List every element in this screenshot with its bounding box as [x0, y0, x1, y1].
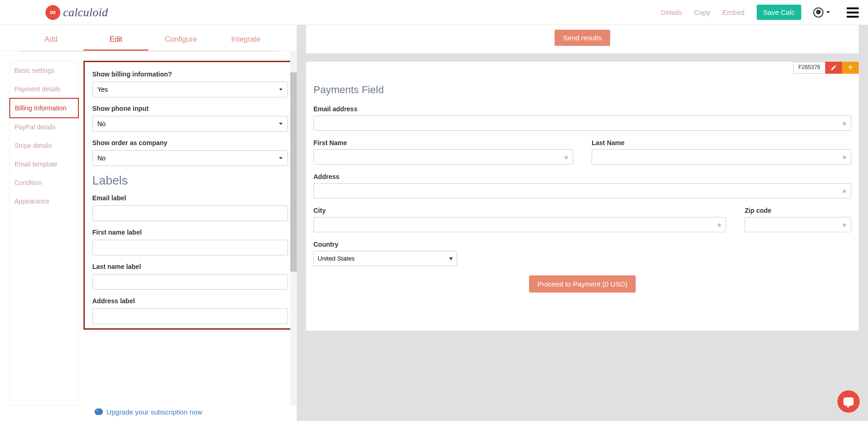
- tab-integrate[interactable]: Integrate: [213, 30, 278, 51]
- logo[interactable]: ∞ calculoid: [45, 5, 108, 20]
- payments-field-card: F265376 Payments Field Email address ★ F…: [306, 62, 859, 331]
- field-toolbar: F265376: [793, 62, 859, 74]
- last-name-label-label: Last name label: [92, 263, 288, 270]
- country-label: Country: [313, 241, 851, 248]
- edit-panel: Show billing information? Yes Show phone…: [83, 61, 297, 330]
- tabs: Add Edit Configure Integrate: [0, 30, 297, 51]
- side-email-template[interactable]: Email template: [10, 155, 78, 173]
- side-menu: Basic settings Payment details Billing I…: [9, 61, 79, 406]
- user-menu[interactable]: [813, 7, 830, 18]
- last-name-label: Last Name: [592, 139, 851, 147]
- nav-copy[interactable]: Copy: [694, 8, 710, 16]
- logo-text: calculoid: [63, 6, 108, 19]
- zip-label: Zip code: [745, 207, 851, 214]
- user-icon: [813, 7, 823, 18]
- chat-icon: [843, 397, 854, 406]
- star-icon: ★: [563, 153, 569, 161]
- star-icon: ★: [716, 221, 722, 229]
- proceed-payment-button[interactable]: Proceed to Payment (0 USD): [529, 275, 636, 293]
- caret-down-icon: [826, 11, 830, 13]
- pencil-icon: [830, 64, 837, 71]
- nav-embed[interactable]: Embed: [722, 8, 745, 16]
- address-label-label: Address label: [92, 297, 288, 305]
- email-label-input[interactable]: [92, 205, 288, 221]
- nav-details[interactable]: Details: [661, 8, 682, 16]
- send-results-button[interactable]: Send results: [555, 30, 610, 46]
- cloud-upload-icon: [95, 408, 103, 415]
- show-billing-label: Show billing information?: [92, 70, 288, 78]
- first-name-input[interactable]: [313, 149, 573, 165]
- star-icon: ★: [842, 120, 848, 127]
- move-icon: [847, 64, 854, 71]
- first-name-label-label: First name label: [92, 229, 288, 236]
- side-stripe-details[interactable]: Stripe details: [10, 136, 78, 155]
- logo-icon: ∞: [45, 5, 60, 20]
- first-name-label: First Name: [313, 139, 573, 147]
- edit-field-button[interactable]: [825, 62, 842, 74]
- tab-configure[interactable]: Configure: [148, 30, 213, 51]
- field-id-badge: F265376: [793, 62, 825, 74]
- show-company-select[interactable]: No: [92, 150, 288, 166]
- address-input[interactable]: [313, 183, 851, 198]
- save-calc-button[interactable]: Save Calc: [757, 5, 801, 20]
- chat-widget[interactable]: [837, 390, 860, 413]
- hamburger-menu[interactable]: [847, 7, 859, 18]
- tab-edit[interactable]: Edit: [83, 30, 148, 51]
- side-payment-details[interactable]: Payment details: [10, 80, 78, 98]
- side-basic-settings[interactable]: Basic settings: [10, 61, 78, 80]
- show-phone-label: Show phone input: [92, 105, 288, 112]
- move-field-button[interactable]: [842, 62, 859, 74]
- left-pane: Add Edit Configure Integrate Basic setti…: [0, 25, 297, 421]
- side-condition[interactable]: Condition: [10, 173, 78, 192]
- show-company-label: Show order as company: [92, 139, 288, 147]
- star-icon: ★: [842, 153, 848, 161]
- scrollbar-thumb[interactable]: [290, 72, 297, 272]
- side-paypal-details[interactable]: PayPal details: [10, 118, 78, 136]
- show-phone-select[interactable]: No: [92, 116, 288, 132]
- address-label: Address: [313, 173, 851, 180]
- labels-header: Labels: [92, 173, 288, 188]
- top-header: ∞ calculoid Details Copy Embed Save Calc: [0, 0, 868, 25]
- email-address-input[interactable]: [313, 115, 851, 131]
- email-label-label: Email label: [92, 194, 288, 202]
- city-label: City: [313, 207, 726, 214]
- email-address-label: Email address: [313, 105, 851, 113]
- star-icon: ★: [842, 187, 848, 195]
- first-name-label-input[interactable]: [92, 240, 288, 255]
- payments-field-title: Payments Field: [313, 84, 854, 96]
- city-input[interactable]: [313, 217, 726, 232]
- send-results-card: Send results: [306, 25, 859, 53]
- show-billing-select[interactable]: Yes: [92, 82, 288, 97]
- zip-input[interactable]: [745, 217, 851, 232]
- address-label-input[interactable]: [92, 308, 288, 324]
- header-right: Details Copy Embed Save Calc: [661, 5, 859, 20]
- country-select[interactable]: United States: [313, 251, 457, 266]
- last-name-label-input[interactable]: [92, 274, 288, 290]
- side-billing-information[interactable]: Billing Information: [9, 98, 79, 118]
- upgrade-text: Upgrade your subscription now: [107, 408, 203, 416]
- side-appearance[interactable]: Appearance: [10, 192, 78, 210]
- star-icon: ★: [842, 221, 848, 229]
- last-name-input[interactable]: [592, 149, 851, 165]
- preview-pane: Send results F265376 Payments Field Emai…: [297, 25, 868, 421]
- tab-add[interactable]: Add: [19, 30, 83, 51]
- upgrade-link[interactable]: Upgrade your subscription now: [95, 408, 203, 416]
